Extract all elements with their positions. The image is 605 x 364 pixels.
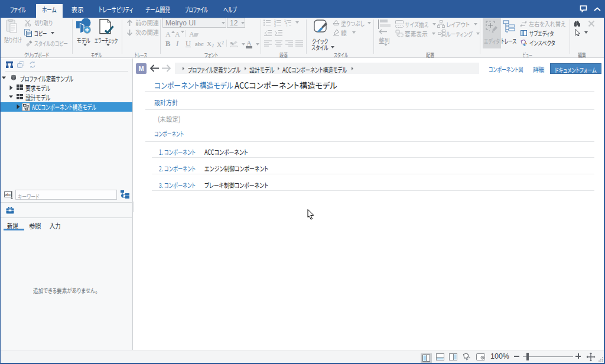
svg-text:a: a <box>230 40 233 46</box>
svg-text:3: 3 <box>274 24 276 27</box>
svg-text:abc: abc <box>5 193 11 197</box>
svg-text:i: i <box>287 24 287 27</box>
